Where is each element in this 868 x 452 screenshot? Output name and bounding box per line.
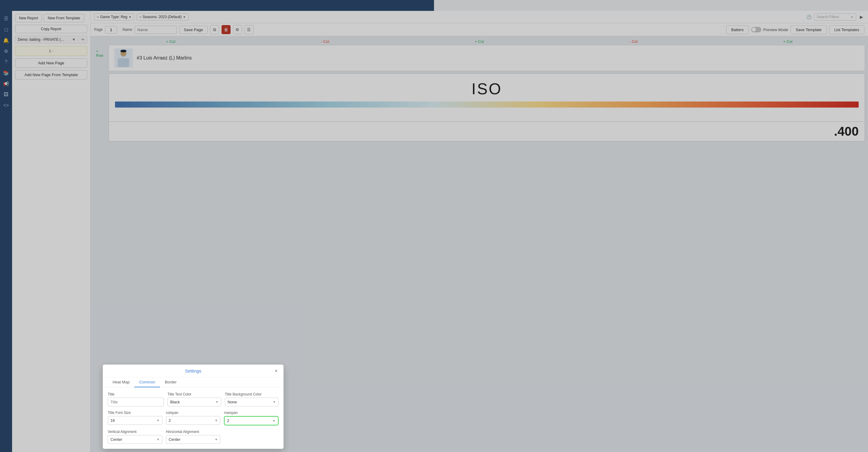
modal-overlay: Settings × Heat Map Common Border Title … [0,0,434,226]
